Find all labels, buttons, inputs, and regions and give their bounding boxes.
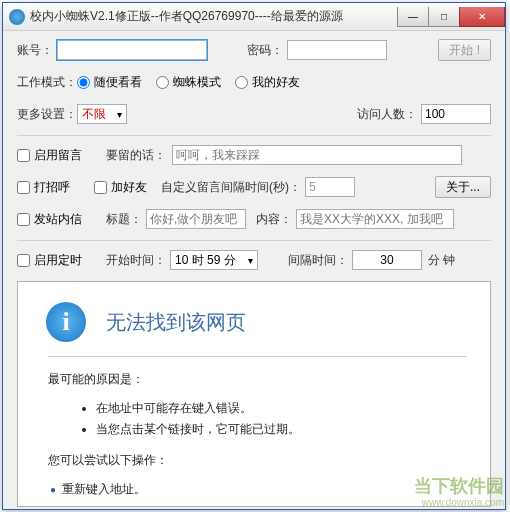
app-window: 校内小蜘蛛V2.1修正版--作者QQ26769970----给最爱的源源 — □…	[2, 2, 506, 510]
mail-content-input[interactable]	[296, 209, 454, 229]
check-enable-message[interactable]: 启用留言	[17, 147, 82, 164]
embedded-browser: i 无法找到该网页 最可能的原因是： 在地址中可能存在键入错误。 当您点击某个链…	[17, 281, 491, 507]
mail-content-label: 内容：	[256, 211, 292, 228]
check-greet[interactable]: 打招呼	[17, 179, 70, 196]
timer-interval-label: 间隔时间：	[288, 252, 348, 269]
check-timer[interactable]: 启用定时	[17, 252, 82, 269]
timer-interval-input[interactable]	[352, 250, 422, 270]
minute-unit: 分 钟	[428, 252, 455, 269]
watermark-title: 当下软件园	[414, 477, 504, 497]
visitcount-label: 访问人数：	[357, 106, 417, 123]
interval-input[interactable]	[305, 177, 355, 197]
minimize-button[interactable]: —	[397, 7, 429, 27]
moresettings-select[interactable]: 不限	[77, 104, 127, 124]
info-icon: i	[46, 302, 86, 342]
message-text-input[interactable]	[172, 145, 462, 165]
window-title: 校内小蜘蛛V2.1修正版--作者QQ26769970----给最爱的源源	[30, 8, 398, 25]
check-addfriend[interactable]: 加好友	[94, 179, 147, 196]
radio-friends[interactable]: 我的好友	[235, 74, 300, 91]
cause-item-1: 在地址中可能存在键入错误。	[96, 400, 466, 417]
radio-spider[interactable]: 蜘蛛模式	[156, 74, 221, 91]
divider	[17, 135, 491, 136]
try-heading: 您可以尝试以下操作：	[48, 452, 466, 469]
app-icon	[9, 9, 25, 25]
radio-casual[interactable]: 随便看看	[77, 74, 142, 91]
try-item-1: 重新键入地址。	[62, 482, 146, 496]
watermark: 当下软件园 www.downxia.com	[414, 477, 504, 508]
check-sitemail[interactable]: 发站内信	[17, 211, 82, 228]
watermark-url: www.downxia.com	[414, 497, 504, 508]
maximize-button[interactable]: □	[428, 7, 460, 27]
titlebar[interactable]: 校内小蜘蛛V2.1修正版--作者QQ26769970----给最爱的源源 — □…	[3, 3, 505, 31]
content-area: 账号： 密码： 开始 ! 工作模式： 随便看看 蜘蛛模式 我的好友 更多设置： …	[3, 31, 505, 512]
interval-label: 自定义留言间隔时间(秒)：	[161, 179, 301, 196]
visitcount-input[interactable]	[421, 104, 491, 124]
workmode-label: 工作模式：	[17, 74, 77, 91]
start-time-select[interactable]: 10 时 59 分	[170, 250, 258, 270]
moresettings-label: 更多设置：	[17, 106, 77, 123]
start-button[interactable]: 开始 !	[438, 39, 491, 61]
mail-title-label: 标题：	[106, 211, 142, 228]
password-input[interactable]	[287, 40, 387, 60]
close-button[interactable]: ✕	[459, 7, 505, 27]
start-time-label: 开始时间：	[106, 252, 166, 269]
bullet-icon: ●	[50, 484, 56, 495]
about-button[interactable]: 关于...	[435, 176, 491, 198]
account-label: 账号：	[17, 42, 53, 59]
cause-heading: 最可能的原因是：	[48, 371, 466, 388]
account-input[interactable]	[57, 40, 207, 60]
message-text-label: 要留的话：	[106, 147, 166, 164]
divider-2	[17, 240, 491, 241]
cause-item-2: 当您点击某个链接时，它可能已过期。	[96, 421, 466, 438]
password-label: 密码：	[247, 42, 283, 59]
error-title: 无法找到该网页	[106, 309, 246, 336]
mail-title-input[interactable]	[146, 209, 246, 229]
